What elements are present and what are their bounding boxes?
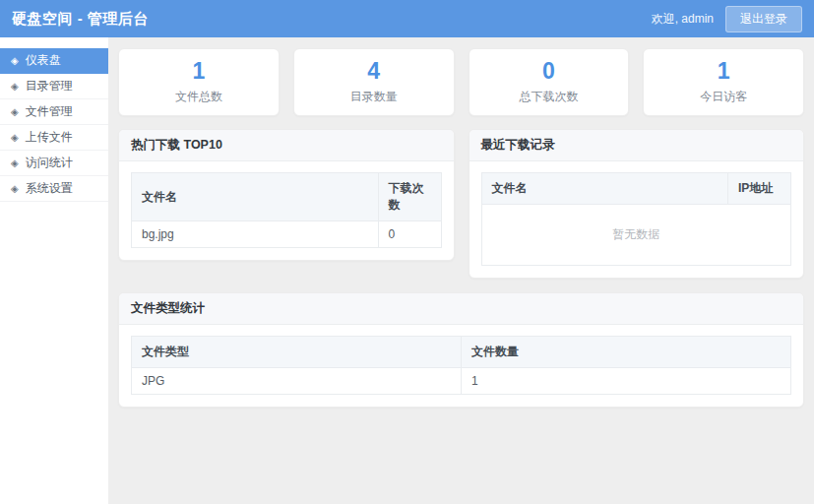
diamond-icon: ◈ bbox=[11, 82, 19, 92]
panel-body: 文件类型文件数量JPG1 bbox=[119, 325, 803, 407]
sidebar-item-label: 文件管理 bbox=[26, 103, 73, 120]
panel-title: 热门下载 TOP10 bbox=[119, 130, 454, 161]
sidebar-item-label: 目录管理 bbox=[26, 78, 73, 94]
table-row: bg.jpg0 bbox=[132, 221, 442, 248]
panel-file-types: 文件类型统计 文件类型文件数量JPG1 bbox=[118, 292, 804, 408]
stat-value: 1 bbox=[192, 59, 205, 84]
table-cell: JPG bbox=[132, 368, 462, 395]
stat-card-total-downloads: 0总下载次数 bbox=[469, 48, 630, 116]
table-cell: 1 bbox=[462, 368, 791, 395]
diamond-icon: ◈ bbox=[11, 133, 19, 143]
panel-body: 文件名下载次数bg.jpg0 bbox=[119, 161, 454, 260]
column-header: 文件数量 bbox=[462, 337, 791, 368]
app-title: 硬盘空间 - 管理后台 bbox=[12, 10, 149, 29]
diamond-icon: ◈ bbox=[11, 184, 19, 194]
sidebar-item-visit-statistics[interactable]: ◈访问统计 bbox=[0, 151, 108, 176]
sidebar-item-directory-management[interactable]: ◈目录管理 bbox=[0, 74, 108, 99]
table-header-row: 文件名下载次数 bbox=[132, 173, 442, 221]
stat-label: 今日访客 bbox=[700, 89, 747, 105]
stat-label: 文件总数 bbox=[175, 89, 222, 105]
stat-value: 0 bbox=[542, 59, 555, 84]
table-cell: bg.jpg bbox=[132, 221, 379, 248]
table-header-row: 文件名IP地址 bbox=[481, 173, 791, 205]
sidebar-item-upload-file[interactable]: ◈上传文件 bbox=[0, 125, 108, 151]
column-header: 文件名 bbox=[481, 173, 728, 205]
sidebar-item-file-management[interactable]: ◈文件管理 bbox=[0, 99, 108, 125]
diamond-icon: ◈ bbox=[11, 56, 19, 66]
table-header-row: 文件类型文件数量 bbox=[132, 337, 791, 368]
header-right: 欢迎, admin 退出登录 bbox=[652, 6, 802, 32]
table-row: JPG1 bbox=[132, 368, 791, 395]
stat-value: 4 bbox=[367, 59, 380, 84]
stats-row: 1文件总数4目录数量0总下载次数1今日访客 bbox=[118, 48, 804, 116]
stat-card-total-files: 1文件总数 bbox=[118, 48, 280, 116]
panel-title: 文件类型统计 bbox=[119, 293, 803, 325]
top-header: 硬盘空间 - 管理后台 欢迎, admin 退出登录 bbox=[0, 0, 814, 37]
stat-card-directory-count: 4目录数量 bbox=[293, 48, 455, 116]
stat-value: 1 bbox=[718, 59, 730, 84]
column-header: 文件名 bbox=[132, 173, 379, 221]
stat-card-today-visitors: 1今日访客 bbox=[643, 48, 804, 116]
welcome-text: 欢迎, admin bbox=[652, 11, 714, 28]
panel-recent-downloads: 最近下载记录 文件名IP地址暂无数据 bbox=[469, 129, 805, 279]
sidebar-item-system-settings[interactable]: ◈系统设置 bbox=[0, 176, 108, 202]
sidebar-item-label: 上传文件 bbox=[26, 129, 73, 146]
diamond-icon: ◈ bbox=[11, 158, 19, 168]
sidebar-item-label: 访问统计 bbox=[26, 155, 73, 171]
panel-hot-downloads: 热门下载 TOP10 文件名下载次数bg.jpg0 bbox=[118, 129, 455, 261]
panel-body: 文件名IP地址暂无数据 bbox=[470, 161, 804, 278]
main-layout: ◈仪表盘◈目录管理◈文件管理◈上传文件◈访问统计◈系统设置 1文件总数4目录数量… bbox=[0, 37, 814, 504]
content-area: 1文件总数4目录数量0总下载次数1今日访客 热门下载 TOP10 文件名下载次数… bbox=[108, 37, 814, 504]
sidebar-menu: ◈仪表盘◈目录管理◈文件管理◈上传文件◈访问统计◈系统设置 bbox=[0, 37, 108, 504]
empty-row: 暂无数据 bbox=[481, 205, 791, 266]
column-header: IP地址 bbox=[728, 173, 791, 205]
sidebar-item-label: 仪表盘 bbox=[26, 52, 61, 69]
hot-downloads-table: 文件名下载次数bg.jpg0 bbox=[131, 172, 442, 248]
empty-state-text: 暂无数据 bbox=[481, 205, 791, 266]
stat-label: 目录数量 bbox=[350, 89, 398, 105]
diamond-icon: ◈ bbox=[11, 107, 19, 117]
panels-row: 热门下载 TOP10 文件名下载次数bg.jpg0 最近下载记录 文件名IP地址… bbox=[118, 129, 804, 279]
file-types-table: 文件类型文件数量JPG1 bbox=[131, 336, 791, 395]
column-header: 下载次数 bbox=[378, 173, 441, 221]
stat-label: 总下载次数 bbox=[519, 89, 578, 105]
sidebar-item-label: 系统设置 bbox=[26, 180, 73, 197]
recent-downloads-table: 文件名IP地址暂无数据 bbox=[481, 172, 792, 266]
column-header: 文件类型 bbox=[132, 337, 462, 368]
panel-title: 最近下载记录 bbox=[470, 130, 804, 161]
table-cell: 0 bbox=[378, 221, 441, 248]
sidebar-item-dashboard[interactable]: ◈仪表盘 bbox=[0, 48, 108, 74]
logout-button[interactable]: 退出登录 bbox=[725, 6, 802, 32]
